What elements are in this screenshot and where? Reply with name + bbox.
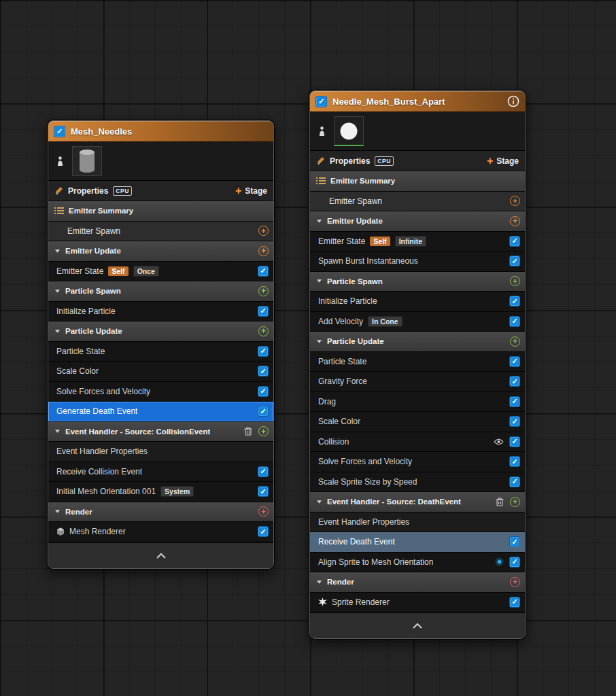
- module-enabled-checkbox[interactable]: [509, 376, 520, 387]
- category-row-particle-spawn[interactable]: Particle Spawn+: [310, 272, 525, 292]
- add-module-plus-button[interactable]: +: [258, 426, 269, 436]
- visibility-eye-icon[interactable]: [494, 438, 504, 445]
- module-row-emitter-state[interactable]: Emitter StateSelfInfinite: [310, 232, 525, 252]
- properties-row[interactable]: Properties CPU + Stage: [48, 181, 273, 201]
- module-row-drag[interactable]: Drag: [310, 392, 525, 413]
- emitter-header[interactable]: Needle_Mesh_Burst_Apart: [310, 91, 525, 112]
- emitter-mesh-thumbnail[interactable]: [72, 146, 102, 176]
- module-row-scale-color[interactable]: Scale Color: [48, 362, 273, 382]
- niagara-graph-canvas[interactable]: Mesh_Needles Properties CPU + Stage Emit…: [0, 0, 616, 696]
- module-enabled-checkbox[interactable]: [509, 316, 520, 327]
- add-module-plus-button[interactable]: +: [258, 286, 269, 296]
- delete-trash-icon[interactable]: [496, 498, 504, 506]
- emitter-enabled-checkbox[interactable]: [54, 126, 65, 137]
- summary-row-emitter-summary[interactable]: Emitter Summary: [310, 171, 525, 192]
- delete-trash-icon[interactable]: [244, 427, 252, 436]
- chevron-down-icon[interactable]: [316, 500, 322, 504]
- add-module-plus-button[interactable]: +: [258, 326, 269, 336]
- module-row-initialize-particle[interactable]: Initialize Particle: [48, 302, 273, 322]
- add-module-plus-button[interactable]: +: [510, 216, 520, 226]
- emitter-header[interactable]: Mesh_Needles: [48, 121, 273, 142]
- category-row-emitter-update[interactable]: Emitter Update+: [48, 241, 273, 262]
- module-row-particle-state[interactable]: Particle State: [310, 352, 525, 372]
- category-row-particle-update[interactable]: Particle Update+: [48, 321, 273, 342]
- add-module-plus-button[interactable]: +: [510, 276, 520, 286]
- module-enabled-checkbox[interactable]: [258, 386, 269, 397]
- module-enabled-checkbox[interactable]: [258, 406, 269, 417]
- chevron-down-icon[interactable]: [54, 289, 61, 294]
- collapse-node-button[interactable]: [48, 542, 273, 568]
- chevron-down-icon[interactable]: [316, 339, 322, 344]
- chevron-down-icon[interactable]: [316, 580, 322, 585]
- module-row-initial-mesh-orientation-001[interactable]: Initial Mesh Orientation 001System: [48, 482, 273, 502]
- module-row-scale-sprite-size-by-speed[interactable]: Scale Sprite Size by Speed: [310, 472, 525, 493]
- add-module-plus-button[interactable]: +: [258, 226, 269, 236]
- properties-row[interactable]: Properties CPU + Stage: [310, 151, 525, 171]
- plain-row-event-handler-properties[interactable]: Event Handler Properties: [48, 442, 273, 462]
- category-row-event-handler-source-deathevent[interactable]: Event Handler - Source: DeathEvent+: [310, 492, 525, 512]
- module-enabled-checkbox[interactable]: [258, 486, 269, 497]
- module-row-add-velocity[interactable]: Add VelocityIn Cone: [310, 312, 525, 332]
- module-enabled-checkbox[interactable]: [509, 536, 520, 547]
- category-row-particle-spawn[interactable]: Particle Spawn+: [48, 281, 273, 302]
- module-enabled-checkbox[interactable]: [258, 466, 269, 477]
- category-row-particle-update[interactable]: Particle Update+: [310, 332, 525, 352]
- category-row-event-handler-source-collisionevent[interactable]: Event Handler - Source: CollisionEvent+: [48, 422, 273, 442]
- chevron-down-icon[interactable]: [54, 329, 61, 334]
- module-enabled-checkbox[interactable]: [509, 476, 520, 487]
- module-row-initialize-particle[interactable]: Initialize Particle: [310, 292, 525, 312]
- category-row-render[interactable]: Render+: [48, 502, 273, 523]
- module-row-emitter-state[interactable]: Emitter StateSelfOnce: [48, 262, 273, 282]
- module-enabled-checkbox[interactable]: [509, 416, 520, 427]
- info-icon[interactable]: [507, 95, 519, 108]
- module-row-sprite-renderer[interactable]: Sprite Renderer: [310, 593, 525, 613]
- category-row-emitter-update[interactable]: Emitter Update+: [310, 211, 525, 232]
- module-enabled-checkbox[interactable]: [509, 436, 520, 447]
- module-enabled-checkbox[interactable]: [509, 256, 520, 266]
- module-enabled-checkbox[interactable]: [258, 346, 269, 357]
- module-row-solve-forces-and-velocity[interactable]: Solve Forces and Velocity: [48, 382, 273, 402]
- category-row-render[interactable]: Render+: [310, 572, 525, 593]
- module-enabled-checkbox[interactable]: [509, 396, 520, 407]
- emitter-enabled-checkbox[interactable]: [315, 96, 327, 107]
- module-enabled-checkbox[interactable]: [509, 236, 520, 247]
- module-row-gravity-force[interactable]: Gravity Force: [310, 372, 525, 392]
- emitter-node-needle-mesh-burst-apart[interactable]: Needle_Mesh_Burst_Apart Properties CPU +…: [309, 90, 526, 639]
- chevron-down-icon[interactable]: [54, 249, 61, 254]
- module-enabled-checkbox[interactable]: [258, 526, 269, 537]
- module-enabled-checkbox[interactable]: [258, 306, 269, 317]
- emitter-sprite-thumbnail[interactable]: [334, 116, 364, 146]
- module-enabled-checkbox[interactable]: [509, 356, 520, 367]
- chevron-down-icon[interactable]: [54, 509, 61, 514]
- module-enabled-checkbox[interactable]: [509, 597, 520, 608]
- spawn-row-emitter-spawn[interactable]: Emitter Spawn+: [48, 222, 273, 242]
- module-row-particle-state[interactable]: Particle State: [48, 342, 273, 362]
- module-row-solve-forces-and-velocity[interactable]: Solve Forces and Velocity: [310, 452, 525, 472]
- module-row-receive-collision-event[interactable]: Receive Collision Event: [48, 462, 273, 483]
- chevron-down-icon[interactable]: [54, 429, 61, 434]
- module-row-align-sprite-to-mesh-orientation[interactable]: Align Sprite to Mesh Orientation: [310, 553, 525, 573]
- add-module-plus-button[interactable]: +: [510, 196, 520, 206]
- module-row-generate-death-event[interactable]: Generate Death Event: [48, 402, 273, 422]
- chevron-down-icon[interactable]: [316, 219, 322, 224]
- summary-row-emitter-summary[interactable]: Emitter Summary: [48, 201, 273, 222]
- collapse-node-button[interactable]: [310, 612, 525, 638]
- spawn-row-emitter-spawn[interactable]: Emitter Spawn+: [310, 192, 525, 212]
- module-enabled-checkbox[interactable]: [258, 266, 269, 277]
- module-enabled-checkbox[interactable]: [509, 296, 520, 307]
- add-stage-button[interactable]: + Stage: [235, 186, 267, 196]
- add-module-plus-button[interactable]: +: [510, 577, 520, 587]
- module-row-mesh-renderer[interactable]: Mesh Renderer: [48, 522, 273, 542]
- module-row-collision[interactable]: Collision: [310, 432, 525, 453]
- module-enabled-checkbox[interactable]: [509, 456, 520, 467]
- add-module-plus-button[interactable]: +: [258, 506, 269, 517]
- add-module-plus-button[interactable]: +: [510, 336, 520, 347]
- module-enabled-checkbox[interactable]: [509, 557, 520, 568]
- emitter-node-mesh-needles[interactable]: Mesh_Needles Properties CPU + Stage Emit…: [48, 120, 274, 569]
- add-module-plus-button[interactable]: +: [510, 497, 520, 507]
- module-row-spawn-burst-instantaneous[interactable]: Spawn Burst Instantaneous: [310, 251, 525, 272]
- module-enabled-checkbox[interactable]: [258, 366, 269, 377]
- module-row-scale-color[interactable]: Scale Color: [310, 412, 525, 432]
- add-module-plus-button[interactable]: +: [258, 246, 269, 256]
- plain-row-event-handler-properties[interactable]: Event Handler Properties: [310, 512, 525, 533]
